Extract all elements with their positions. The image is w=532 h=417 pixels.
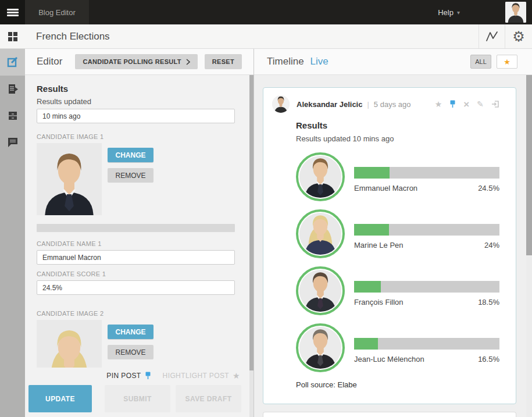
candidate-1-photo	[37, 143, 102, 215]
timeline-scrollbar-thumb[interactable]	[526, 75, 532, 255]
update-button[interactable]: UPDATE	[28, 385, 92, 412]
document-export-icon	[6, 83, 19, 95]
filter-starred-button[interactable]: ★	[497, 55, 517, 69]
candidate-name: Emmanuel Macron	[354, 184, 417, 193]
pin-icon	[145, 372, 151, 380]
next-post-card-edge	[263, 412, 516, 417]
candidate-name: Marine Le Pen	[354, 241, 404, 250]
editor-form: Results Results updated CANDIDATE IMAGE …	[25, 75, 253, 392]
candidate-row: Marine Le Pen 24%	[296, 209, 499, 258]
document-toolbar: French Elections ⚙	[0, 24, 532, 49]
candidate-photo	[299, 327, 341, 369]
blog-editor-app: Blog Editor Help ▾ French Elections	[0, 0, 532, 417]
poll-bar	[354, 338, 499, 350]
help-menu[interactable]: Help ▾	[438, 0, 460, 24]
star-icon: ★	[233, 371, 240, 380]
settings-button[interactable]: ⚙	[505, 24, 532, 48]
candidate-name: François Fillon	[354, 298, 404, 306]
candidate-photo	[299, 213, 341, 255]
editor-header: Editor CANDIDATE POLLING RESULT RESET	[25, 49, 253, 75]
archive-icon	[6, 109, 19, 122]
candidate-score-1-input[interactable]	[37, 280, 235, 295]
candidate-image-1-label: CANDIDATE IMAGE 1	[37, 133, 235, 140]
candidate-image-1-preview	[37, 143, 102, 215]
star-icon: ★	[435, 100, 442, 108]
chevron-right-icon	[186, 59, 190, 65]
sidebar-item-publish[interactable]	[0, 76, 25, 102]
activity-chart-button[interactable]	[479, 24, 505, 48]
timeline-panel: Timeline Live ALL ★ Aleksandar Jelic	[254, 49, 532, 417]
open-post-button[interactable]	[491, 100, 499, 108]
pin-post-label: PIN POST	[106, 372, 141, 380]
pencil-icon: ✎	[477, 100, 484, 108]
author-avatar	[272, 95, 290, 113]
app-title-section: Blog Editor	[25, 0, 89, 24]
remove-image-2-button[interactable]: REMOVE	[108, 345, 153, 359]
edit-post-button[interactable]: ✎	[477, 100, 484, 108]
poll-bar-fill	[354, 167, 390, 179]
candidate-polling-result-button[interactable]: CANDIDATE POLLING RESULT	[75, 54, 197, 69]
submit-button[interactable]: SUBMIT	[105, 385, 170, 412]
post-options-row: PIN POST HIGHTLIGHT POST ★	[25, 368, 249, 385]
change-image-1-button[interactable]: CHANGE	[108, 148, 153, 162]
timeline-scrollbar[interactable]	[526, 75, 532, 417]
post-title: Results	[296, 120, 499, 130]
candidate-result: Marine Le Pen 24%	[354, 209, 499, 258]
hamburger-icon	[7, 8, 19, 17]
poll-bar-fill	[354, 281, 381, 293]
post-action-icons: ★ × ✎	[435, 99, 499, 109]
change-image-2-button[interactable]: CHANGE	[108, 325, 153, 339]
grid-icon	[8, 32, 17, 41]
reset-button[interactable]: RESET	[205, 54, 242, 69]
poll-bar	[354, 224, 499, 236]
star-post-button[interactable]: ★	[435, 100, 442, 108]
candidate-score: 24%	[484, 241, 499, 250]
candidate-score: 16.5%	[478, 355, 499, 363]
editor-panel: Editor CANDIDATE POLLING RESULT RESET Re…	[25, 49, 254, 417]
results-updated-label: Results updated	[37, 97, 235, 106]
remove-image-1-button[interactable]: REMOVE	[108, 168, 153, 183]
sidebar-item-archive[interactable]	[0, 102, 25, 129]
polyline-chart-icon	[485, 31, 498, 42]
pin-post-toggle[interactable]: PIN POST	[106, 372, 151, 380]
save-draft-button[interactable]: SAVE DRAFT	[176, 385, 241, 412]
pin-post-button[interactable]	[449, 100, 456, 108]
sidebar-item-comments[interactable]	[0, 129, 25, 156]
candidate-photo	[299, 270, 341, 312]
dashboard-grid-button[interactable]	[0, 24, 25, 48]
results-section-title: Results	[37, 84, 235, 94]
editor-header-buttons: CANDIDATE POLLING RESULT RESET	[75, 54, 242, 69]
upload-progress-bar	[37, 224, 235, 232]
poll-bar	[354, 281, 499, 293]
editor-scrollbar[interactable]	[249, 75, 253, 417]
delete-post-button[interactable]: ×	[463, 99, 469, 109]
candidate-result: François Fillon 18.5%	[354, 266, 499, 315]
results-updated-input[interactable]	[37, 109, 235, 123]
highlight-post-toggle[interactable]: HIGHTLIGHT POST ★	[163, 371, 240, 380]
candidate-name-1-label: CANDIDATE NAME 1	[37, 240, 235, 247]
close-icon: ×	[463, 99, 469, 109]
candidate-row: Jean-Luc Mélenchon 16.5%	[296, 323, 499, 372]
editor-scrollbar-thumb[interactable]	[249, 75, 253, 370]
comment-icon	[6, 137, 19, 148]
polling-button-label: CANDIDATE POLLING RESULT	[83, 58, 181, 65]
candidate-name-1-input[interactable]	[37, 250, 235, 265]
user-avatar[interactable]	[505, 2, 526, 23]
timeline-live-link[interactable]: Live	[310, 56, 329, 67]
poll-bar-fill	[354, 338, 378, 350]
hamburger-menu-button[interactable]	[0, 0, 25, 24]
timeline-header: Timeline Live ALL ★	[254, 49, 532, 75]
header-separator: |	[367, 100, 369, 109]
candidate-result: Jean-Luc Mélenchon 16.5%	[354, 323, 499, 372]
editor-body: Results Results updated CANDIDATE IMAGE …	[25, 75, 253, 417]
candidate-avatar	[296, 323, 345, 372]
filter-all-button[interactable]: ALL	[470, 55, 491, 69]
poll-bar-fill	[354, 224, 389, 236]
candidate-results-list: Emmanuel Macron 24.5%	[296, 152, 499, 372]
post-card: Aleksandar Jelicic | 5 days ago ★	[263, 87, 516, 404]
poll-source: Poll source: Elabe	[296, 380, 499, 389]
post-subtitle: Results updated 10 mins ago	[296, 134, 499, 143]
editor-actions: UPDATE SUBMIT SAVE DRAFT	[25, 385, 249, 417]
candidate-row: Emmanuel Macron 24.5%	[296, 152, 499, 201]
sidebar-item-editor[interactable]	[0, 49, 25, 76]
